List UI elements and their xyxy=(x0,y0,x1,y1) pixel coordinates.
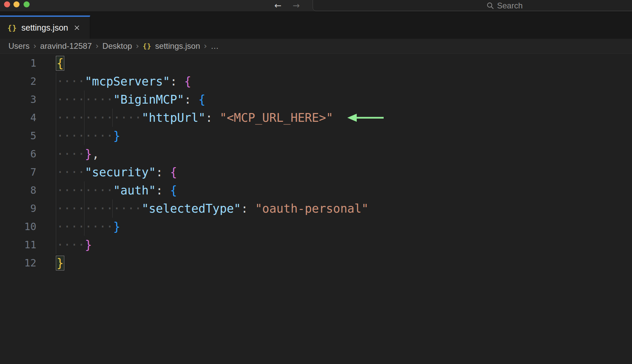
code-text: ····} xyxy=(36,236,92,254)
search-icon xyxy=(487,2,494,9)
token-b2: } xyxy=(85,238,92,252)
token-b3: { xyxy=(170,184,177,197)
token-b1m: } xyxy=(57,256,64,270)
token-key: "auth" xyxy=(113,184,156,197)
token-b2: { xyxy=(170,166,177,179)
editor[interactable]: 1{2····"mcpServers": {3········"BiginMCP… xyxy=(0,54,632,364)
code-line[interactable]: 6····}, xyxy=(0,145,632,163)
code-text: ····"security": { xyxy=(36,163,177,181)
token-ws: ···· xyxy=(57,238,85,252)
code-text: { xyxy=(36,54,64,72)
indent-guide xyxy=(112,109,113,127)
token-ws: ········ xyxy=(57,129,113,143)
code-line[interactable]: 8········"auth": { xyxy=(0,181,632,199)
code-line[interactable]: 3········"BiginMCP": { xyxy=(0,90,632,109)
traffic-light-zoom[interactable] xyxy=(24,1,30,7)
code-line[interactable]: 2····"mcpServers": { xyxy=(0,72,632,90)
code-text: ········} xyxy=(36,218,120,236)
code-lines: 1{2····"mcpServers": {3········"BiginMCP… xyxy=(0,54,632,272)
code-text: ············"httpUrl": "<MCP_URL_HERE>" xyxy=(36,109,333,127)
json-braces-icon: {} xyxy=(143,42,151,50)
breadcrumb-item[interactable]: Users xyxy=(8,41,30,51)
token-b1m: { xyxy=(57,57,64,70)
breadcrumb-separator: › xyxy=(204,41,207,51)
search-hint[interactable]: Search xyxy=(487,0,523,11)
token-str: "oauth-personal" xyxy=(255,202,368,215)
line-number: 5 xyxy=(0,127,36,145)
breadcrumb: Users›aravind-12587›Desktop›{}settings.j… xyxy=(0,39,632,54)
breadcrumb-items: Users›aravind-12587›Desktop›{}settings.j… xyxy=(8,41,219,51)
traffic-light-minimize[interactable] xyxy=(13,1,20,7)
token-pun: , xyxy=(92,147,99,161)
token-pun: : xyxy=(241,202,255,215)
line-number: 9 xyxy=(0,199,36,218)
breadcrumb-separator: › xyxy=(96,41,99,51)
line-number: 11 xyxy=(0,236,36,254)
code-text: ········"auth": { xyxy=(36,181,177,199)
close-icon xyxy=(74,25,80,31)
breadcrumb-item[interactable]: settings.json xyxy=(155,41,200,51)
token-pun: : xyxy=(156,166,170,179)
token-pun: : xyxy=(156,184,170,197)
vscode-window: ← → Search {} settings.json Users›aravin… xyxy=(0,0,632,364)
token-b2: { xyxy=(184,75,191,88)
search-placeholder: Search xyxy=(497,1,523,10)
indent-guide xyxy=(84,90,84,145)
code-text: ····"mcpServers": { xyxy=(36,72,191,90)
token-pun: : xyxy=(206,111,220,124)
token-key: "BiginMCP" xyxy=(113,93,184,106)
token-ws: ········ xyxy=(57,184,113,197)
breadcrumb-separator: › xyxy=(136,41,139,51)
line-number: 1 xyxy=(0,54,36,72)
line-number: 2 xyxy=(0,72,36,90)
code-text: } xyxy=(36,254,64,272)
token-ws: ········ xyxy=(57,220,113,233)
nav-back-button[interactable]: ← xyxy=(271,0,285,11)
line-number: 6 xyxy=(0,145,36,163)
token-ws: ···· xyxy=(57,166,85,179)
line-number: 3 xyxy=(0,90,36,109)
line-number: 7 xyxy=(0,163,36,181)
search-input[interactable] xyxy=(313,0,632,11)
code-line[interactable]: 10········} xyxy=(0,218,632,236)
token-str: "<MCP_URL_HERE>" xyxy=(220,111,333,124)
json-braces-icon: {} xyxy=(7,24,17,32)
breadcrumb-item[interactable]: Desktop xyxy=(102,41,132,51)
token-key: "security" xyxy=(85,166,156,179)
indent-guide xyxy=(84,181,84,236)
code-line[interactable]: 4············"httpUrl": "<MCP_URL_HERE>" xyxy=(0,109,632,127)
token-b2: } xyxy=(85,147,92,161)
code-line[interactable]: 1{ xyxy=(0,54,632,72)
line-number: 4 xyxy=(0,109,36,127)
code-text: ········} xyxy=(36,127,120,145)
code-line[interactable]: 7····"security": { xyxy=(0,163,632,181)
code-text: ········"BiginMCP": { xyxy=(36,90,206,109)
token-pun: : xyxy=(170,75,184,88)
tab-bar: {} settings.json xyxy=(0,12,632,39)
breadcrumb-separator: › xyxy=(33,41,37,51)
token-ws: ············ xyxy=(57,111,142,124)
token-ws: ········ xyxy=(57,93,113,106)
breadcrumb-item[interactable]: aravind-12587 xyxy=(40,41,92,51)
nav-forward-button[interactable]: → xyxy=(289,0,304,11)
tab-title: settings.json xyxy=(22,23,68,33)
indent-guide xyxy=(112,199,113,218)
code-line[interactable]: 11····} xyxy=(0,236,632,254)
token-key: "selectedType" xyxy=(142,202,241,215)
breadcrumb-item[interactable]: … xyxy=(211,41,219,51)
token-key: "httpUrl" xyxy=(142,111,206,124)
token-ws: ···· xyxy=(57,147,85,161)
tab-close-button[interactable] xyxy=(74,25,80,31)
tab-settings-json[interactable]: {} settings.json xyxy=(0,15,90,39)
token-ws: ···· xyxy=(57,75,85,88)
traffic-light-close[interactable] xyxy=(4,1,10,7)
code-line[interactable]: 9············"selectedType": "oauth-pers… xyxy=(0,199,632,218)
token-b3: } xyxy=(113,220,120,233)
title-bar: ← → Search xyxy=(0,0,632,12)
code-line[interactable]: 12} xyxy=(0,254,632,272)
token-b3: } xyxy=(113,129,120,143)
line-number: 12 xyxy=(0,254,36,272)
code-line[interactable]: 5········} xyxy=(0,127,632,145)
token-b3: { xyxy=(198,93,205,106)
code-text: ····}, xyxy=(36,145,99,163)
